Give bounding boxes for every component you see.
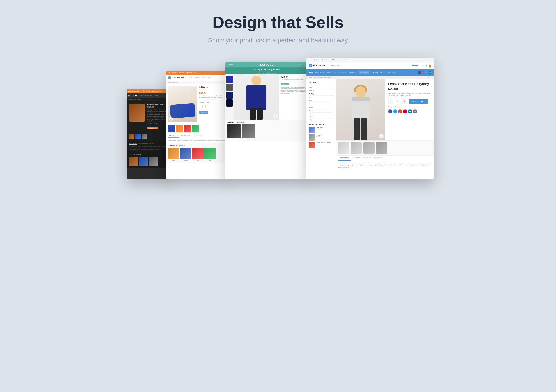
sc2-related-item-2[interactable]: Sneakers (180, 148, 191, 161)
sc4-thumb-4[interactable] (376, 142, 387, 154)
sc4-sweaters-link[interactable]: Sweaters (395, 106, 400, 108)
sc4-contact-link[interactable]: Contact (326, 59, 331, 60)
sc4-recent-1[interactable]: Patient Ninja $35,00 (309, 127, 333, 133)
sc4-nav-pages[interactable]: PAGES ▾ (334, 72, 340, 73)
sc2-tab-additional[interactable]: ADDITIONAL INFO (179, 134, 193, 138)
sc4-sidebar-tops[interactable]: Tops (309, 118, 333, 121)
sc2-color-select[interactable]: Color ▾ (199, 101, 205, 104)
sc4-blog-link[interactable]: Blog (322, 59, 324, 60)
sc2-qty-minus[interactable]: − (199, 105, 203, 108)
sc4-share-pinterest[interactable]: p (403, 109, 407, 113)
sc1-tab-additional[interactable]: ADDITIONAL INFO (138, 143, 148, 144)
sc4-recent-3[interactable]: Osaka Entry Tee Superdry (309, 142, 333, 148)
sc4-sidebar-posters[interactable]: Posters (309, 102, 333, 106)
sc2-tab-reviews[interactable]: REVIEWS (2) (193, 134, 203, 138)
sc4-twitter-icon[interactable]: t (425, 71, 428, 74)
sc4-share-email[interactable]: ✉ (413, 109, 417, 113)
sc2-related-item-4[interactable]: Heels (204, 148, 216, 161)
sc2-thumb-3[interactable] (184, 125, 191, 132)
sc2-tab-description[interactable]: DESCRIPTION (168, 134, 179, 138)
sc4-list-view-icon[interactable]: ≡ (431, 77, 432, 78)
sc4-tab-additional[interactable]: ADDITIONAL INFORMATION (351, 156, 372, 161)
sc4-sidebar-men[interactable]: Men› (309, 96, 333, 99)
sc1-thumb-3[interactable] (142, 134, 147, 139)
sc4-add-to-cart-button[interactable]: ADD TO CART (409, 99, 428, 104)
sc3-thumb-1[interactable] (226, 76, 233, 83)
sc4-qty-plus[interactable]: + (402, 99, 407, 104)
sc1-related-item-1[interactable] (129, 157, 138, 166)
sc2-thumb-2[interactable] (176, 125, 183, 132)
sc3-related-1[interactable]: SWEATERS (227, 124, 241, 140)
sc1-thumb-1[interactable] (129, 134, 134, 139)
sc2-related-item-3[interactable]: Boots (192, 148, 203, 161)
sc2-size-select[interactable]: Size ▾ (206, 101, 211, 104)
sc4-woman-body (352, 97, 370, 120)
sc4-sidebar-women[interactable]: Women› (309, 109, 333, 113)
sc4-linkedin-icon[interactable]: in (429, 71, 432, 74)
sc4-wishlist-icon[interactable]: ♡ (422, 65, 424, 66)
sc2-related-item-1[interactable]: Shoes (168, 148, 179, 161)
sc4-share-linkedin[interactable]: in (408, 109, 412, 113)
sc4-search-category[interactable]: All ▾ (330, 65, 335, 66)
sc4-recent-2[interactable]: Happy Ninja $18,00 (309, 134, 333, 141)
sc4-sidebar-sweaters[interactable]: Sweaters (309, 115, 333, 118)
sc4-newsletter-link[interactable]: Newsletter (337, 59, 342, 60)
sc2-thumb-4[interactable] (192, 125, 200, 132)
sc4-sidebar-bags[interactable]: Bags› (309, 85, 333, 89)
sc4-user-icon[interactable]: 👤 (425, 65, 427, 66)
sc4-share-twitter[interactable]: t (393, 109, 397, 113)
sc3-search-icon[interactable]: 🔍 (301, 64, 303, 66)
sc4-nav-shop[interactable]: SHOP ▾ (326, 72, 331, 73)
sc4-about-link[interactable]: About (309, 59, 312, 60)
sc2-thumb-1[interactable] (168, 125, 175, 132)
sc4-tab-reviews[interactable]: REVIEWS (3) (372, 156, 384, 161)
sc3-related-2[interactable]: TOPS (242, 124, 255, 140)
sc4-women-link[interactable]: Women (401, 106, 405, 108)
sc4-nav-elements[interactable]: ELEMENTS (349, 72, 356, 73)
sc4-tab-description[interactable]: DESCRIPTION (338, 156, 351, 161)
sc4-thumb-2[interactable] (351, 142, 362, 154)
sc4-languages-link[interactable]: Languages ▾ (344, 59, 352, 60)
sc3-heart-icon[interactable]: ♡ (298, 64, 299, 66)
sc4-search-input[interactable] (335, 65, 412, 66)
sc1-tab-reviews[interactable]: REVIEWS (149, 143, 154, 144)
sc4-sidebar-clothing[interactable]: Clothing› (309, 92, 333, 96)
sc4-share-googleplus[interactable]: g+ (398, 109, 402, 113)
sc4-sidebar-shoes[interactable]: Shoes (309, 106, 333, 109)
sc1-tab-description[interactable]: DESCRIPTION (129, 143, 137, 144)
sc4-qty-value: 1 (395, 100, 400, 102)
sc1-add-btn[interactable]: ADD TO CART (147, 127, 158, 129)
sc3-thumb-4[interactable] (226, 99, 233, 107)
sc4-nav-blog[interactable]: BLOG (342, 72, 346, 73)
sc4-contact-btn[interactable]: ✉ CONTACT (359, 71, 369, 74)
sc4-search-button[interactable]: 🔍 (412, 65, 418, 66)
sc4-nav-home[interactable]: HOME (309, 72, 313, 73)
sc3-cart-icon[interactable]: 🛒 (304, 64, 306, 66)
sc3-thumb-3[interactable] (226, 91, 233, 99)
sc2-qty-plus[interactable]: + (205, 105, 209, 108)
sc4-thumb-3[interactable] (363, 142, 375, 154)
sc4-sidebar-booking[interactable]: Booking (309, 89, 333, 92)
sc4-qty-minus[interactable]: − (388, 99, 393, 104)
sc4-share-facebook[interactable]: f (388, 109, 392, 113)
sc4-instagram-icon[interactable]: ● (422, 71, 424, 74)
sc4-grid-view-icon[interactable]: ⊞ (428, 77, 429, 78)
sc3-zoom-icon[interactable]: ⤢ (273, 114, 278, 118)
sc4-thumb-1[interactable] (338, 142, 349, 154)
sc2-zoom-icon[interactable]: ⤢ (169, 117, 173, 121)
sc4-facebook-icon[interactable]: f (418, 71, 421, 74)
sc3-thumb-2[interactable] (226, 84, 233, 91)
sc1-thumb-2[interactable] (135, 134, 141, 139)
sc2-add-btn[interactable]: ADD TO... (199, 111, 208, 114)
sc4-sidebar-jeans[interactable]: Jeans (309, 113, 333, 115)
sc4-cart-icon[interactable]: 🛒 (429, 64, 430, 65)
sc4-sidebar-music[interactable]: Music› (309, 99, 333, 102)
sc4-nav-features[interactable]: FEATURES ▾ (316, 72, 324, 73)
sc4-stores-link[interactable]: Our Stores (314, 59, 320, 60)
sc3-menu[interactable]: ≡ ≡ MENU (228, 64, 234, 65)
sc1-related-item-3[interactable] (149, 157, 158, 166)
sc1-related-item-2[interactable] (139, 157, 148, 166)
sc4-zoom-icon[interactable]: ⤢ (379, 134, 384, 138)
sc3-description-tag[interactable]: DESCRI... (281, 83, 289, 85)
sc4-faq-link[interactable]: FAQ (332, 59, 335, 60)
